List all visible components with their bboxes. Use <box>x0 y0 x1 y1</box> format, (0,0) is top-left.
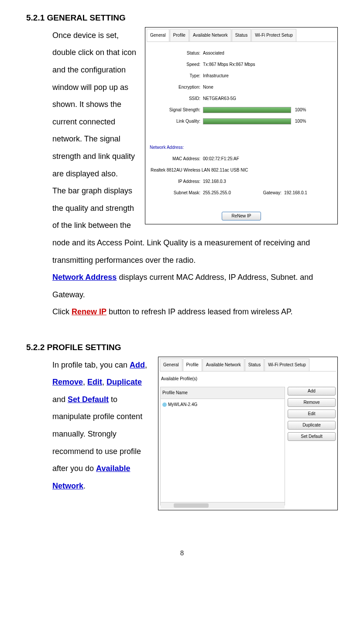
period: . <box>83 482 86 490</box>
comma2: , <box>83 378 87 386</box>
tab2-status[interactable]: Status <box>245 358 264 371</box>
add-button[interactable]: Add <box>288 387 336 396</box>
profile-tab-screenshot: General Profile Available Network Status… <box>158 357 338 510</box>
remove-button[interactable]: Remove <box>288 398 336 407</box>
wifi-profile-icon <box>162 403 167 407</box>
link-quality-percent: 100% <box>295 119 306 124</box>
tab2-general[interactable]: General <box>160 358 182 371</box>
mac-value: 00:02:72:F1:25:AF <box>203 154 335 164</box>
gateway-value: 192.168.0.1 <box>284 188 307 198</box>
remove-keyword: Remove <box>52 378 83 386</box>
duplicate-button[interactable]: Duplicate <box>288 421 336 430</box>
tab-general[interactable]: General <box>147 29 169 41</box>
profile-item-label: MyWLAN-2.4G <box>168 402 197 407</box>
tab2-wifi-protect[interactable]: Wi-Fi Protect Setup <box>264 358 309 371</box>
duplicate-keyword: Duplicate <box>106 378 142 386</box>
set-default-button[interactable]: Set Default <box>288 432 336 441</box>
section1-para3: Click Renew IP button to refresh IP addr… <box>52 303 338 321</box>
edit-keyword: Edit <box>87 378 102 386</box>
type-value: Infrastructure <box>203 71 335 81</box>
mac-label: MAC Address: <box>148 154 203 164</box>
renew-ip-keyword: Renew IP <box>72 307 106 316</box>
network-address-keyword: Network Address <box>52 273 117 282</box>
general-tab-screenshot: General Profile Available Network Status… <box>145 27 338 224</box>
config-tabs: General Profile Available Network Status… <box>147 29 336 42</box>
speed-value: Tx:867 Mbps Rx:867 Mbps <box>203 60 335 69</box>
signal-strength-bar <box>203 107 291 113</box>
scroll-thumb[interactable] <box>174 503 209 508</box>
renew-ip-button[interactable]: ReNew IP <box>222 212 261 220</box>
and-word: and <box>52 395 68 404</box>
network-address-section-label: Network Address: <box>148 140 335 153</box>
add-keyword: Add <box>130 361 145 369</box>
ssid-value: NETGEAR63-5G <box>203 94 335 103</box>
section2-para-a: In profile tab, you can <box>52 361 130 369</box>
subnet-value: 255.255.255.0 <box>203 188 247 198</box>
section1-para3a: Click <box>52 307 72 316</box>
available-profiles-label: Available Profile(s) <box>158 373 337 385</box>
comma3: , <box>102 378 106 386</box>
tab-status[interactable]: Status <box>232 29 251 41</box>
link-quality-label: Link Quality: <box>148 117 203 126</box>
encryption-value: None <box>203 83 335 92</box>
section1-para2: Network Address displays current MAC Add… <box>52 269 338 303</box>
ip-value: 192.168.0.3 <box>203 177 335 186</box>
ip-label: IP Address: <box>148 177 203 186</box>
profile-list-header: Profile Name <box>161 387 285 399</box>
gateway-label: Gateway: <box>247 188 284 198</box>
section2-para-b: to manipulate profile content manually. … <box>52 395 142 473</box>
tab-wifi-protect[interactable]: Wi-Fi Protect Setup <box>251 29 296 41</box>
page-number: 8 <box>26 545 338 561</box>
type-label: Type: <box>148 71 203 81</box>
tab-profile[interactable]: Profile <box>170 29 189 41</box>
edit-button[interactable]: Edit <box>288 409 336 418</box>
encryption-label: Encryption: <box>148 83 203 92</box>
tab2-profile[interactable]: Profile <box>183 358 202 371</box>
tab2-available-network[interactable]: Available Network <box>203 358 244 371</box>
profile-list-item[interactable]: MyWLAN-2.4G <box>161 399 285 410</box>
section1-para1a: Once device is set, double click on that… <box>52 31 136 178</box>
speed-label: Speed: <box>148 60 203 69</box>
signal-strength-label: Signal Strength: <box>148 105 203 115</box>
section1-para3b: button to refresh IP address leased from… <box>106 307 293 316</box>
link-quality-bar <box>203 118 291 124</box>
horizontal-scrollbar[interactable] <box>161 502 285 509</box>
status-label: Status: <box>148 48 203 58</box>
profile-list[interactable]: Profile Name MyWLAN-2.4G <box>160 387 285 506</box>
config-tabs-2: General Profile Available Network Status… <box>160 358 336 372</box>
set-default-keyword: Set Default <box>68 395 109 404</box>
adapter-label: Realtek 8812AU Wireless LAN 802.11ac USB… <box>151 165 248 175</box>
section-522-heading: 5.2.2 PROFILE SETTING <box>26 338 338 357</box>
tab-available-network[interactable]: Available Network <box>189 29 231 41</box>
subnet-label: Subnet Mask: <box>148 188 203 198</box>
status-value: Associated <box>203 48 335 58</box>
comma1: , <box>145 361 147 369</box>
section-521-heading: 5.2.1 GENERAL SETTING <box>26 9 338 27</box>
signal-strength-percent: 100% <box>295 107 306 112</box>
ssid-label: SSID: <box>148 94 203 103</box>
